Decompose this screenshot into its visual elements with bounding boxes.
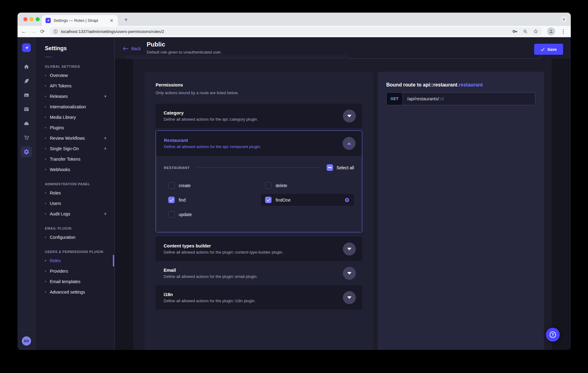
tab-close-icon[interactable]: ✕ bbox=[108, 18, 115, 23]
bullet-icon bbox=[45, 106, 46, 107]
expand-chevron-button[interactable] bbox=[343, 267, 356, 280]
accordion-content-types-builder[interactable]: Content types builder Define all allowed… bbox=[156, 237, 362, 261]
action-delete[interactable]: delete bbox=[261, 179, 354, 191]
sidebar-item-internationalization[interactable]: Internationalization bbox=[36, 102, 114, 112]
bullet-icon bbox=[45, 213, 46, 215]
accordion-description: Define all allowed actions for the plugi… bbox=[164, 274, 336, 279]
address-bar[interactable]: localhost:1337/admin/settings/users-perm… bbox=[50, 27, 542, 36]
browser-menu-kebab-icon[interactable]: ⋮ bbox=[559, 28, 567, 35]
tab-search-chevron-icon[interactable]: ▾ bbox=[561, 16, 567, 22]
content-type-builder-icon[interactable] bbox=[21, 104, 32, 115]
password-key-icon[interactable] bbox=[512, 29, 518, 34]
select-all-checkbox[interactable]: Select all bbox=[327, 164, 354, 171]
sidebar-item-releases[interactable]: Releases bbox=[36, 91, 114, 102]
sidebar-item-admin-roles[interactable]: Roles bbox=[36, 188, 114, 198]
media-library-icon[interactable] bbox=[21, 90, 32, 101]
nav-section-administration-panel: ADMINISTRATION PANEL Roles Users Audit L… bbox=[36, 182, 114, 219]
accordion-title: Content types builder bbox=[164, 243, 336, 248]
sidebar-item-api-tokens[interactable]: API Tokens bbox=[36, 81, 114, 91]
sidebar-item-advanced-settings[interactable]: Advanced settings bbox=[36, 287, 114, 297]
sidebar-item-transfer-tokens[interactable]: Transfer Tokens bbox=[36, 154, 114, 164]
sidebar-item-label: Transfer Tokens bbox=[50, 157, 81, 162]
sidebar-item-review-workflows[interactable]: Review Workflows bbox=[36, 133, 114, 143]
group-label: RESTAURANT bbox=[164, 166, 190, 170]
bullet-icon bbox=[45, 203, 46, 204]
sidebar-item-label: Webhooks bbox=[50, 167, 70, 172]
role-name-input-partial[interactable] bbox=[125, 55, 345, 59]
checkbox-checked[interactable] bbox=[168, 197, 175, 203]
checkbox-checked[interactable] bbox=[265, 197, 272, 203]
route-path-param: :id bbox=[439, 96, 444, 101]
browser-window: Settings — Roles | Strapi ✕ + ▾ ← → ⟳ lo… bbox=[18, 13, 571, 350]
marketplace-cart-icon[interactable] bbox=[21, 132, 32, 143]
back-nav-icon[interactable]: ← bbox=[21, 29, 26, 34]
page-subtitle: Default role given to unauthenticated us… bbox=[147, 50, 222, 54]
help-button[interactable]: ? bbox=[546, 328, 560, 342]
checkbox-unchecked[interactable] bbox=[168, 211, 175, 218]
action-create[interactable]: create bbox=[164, 179, 257, 191]
sidebar-item-admin-users[interactable]: Users bbox=[36, 198, 114, 209]
accordion-description: Define all allowed actions for the api::… bbox=[164, 117, 336, 122]
sidebar-item-configuration[interactable]: Configuration bbox=[36, 232, 114, 243]
home-icon[interactable] bbox=[21, 61, 32, 72]
minimize-window-button[interactable] bbox=[30, 17, 34, 21]
action-label: find bbox=[179, 198, 186, 203]
accordion-restaurant: Restaurant Define all allowed actions fo… bbox=[156, 130, 362, 232]
indeterminate-checkbox-icon[interactable] bbox=[327, 164, 333, 171]
save-button[interactable]: Save bbox=[534, 44, 563, 55]
reload-icon[interactable]: ⟳ bbox=[40, 29, 45, 34]
forward-nav-icon[interactable]: → bbox=[31, 29, 36, 34]
sidebar-item-label: Overview bbox=[50, 73, 68, 78]
cloud-icon[interactable] bbox=[21, 118, 32, 129]
checkbox-unchecked[interactable] bbox=[265, 182, 272, 189]
user-avatar[interactable]: KD bbox=[22, 336, 31, 346]
save-label: Save bbox=[547, 47, 557, 52]
sidebar-item-providers[interactable]: Providers bbox=[36, 266, 114, 276]
sidebar-item-up-roles[interactable]: Roles bbox=[36, 255, 114, 266]
bookmark-star-icon[interactable] bbox=[533, 29, 538, 34]
browser-tab[interactable]: Settings — Roles | Strapi ✕ bbox=[42, 15, 118, 26]
section-label: EMAIL PLUGIN bbox=[36, 227, 114, 230]
expand-chevron-button[interactable] bbox=[343, 243, 356, 255]
site-info-icon[interactable] bbox=[53, 29, 58, 34]
advanced-settings-gear-icon[interactable] bbox=[344, 197, 350, 203]
sidebar-item-email-templates[interactable]: Email templates bbox=[36, 276, 114, 287]
accordion-email[interactable]: Email Define all allowed actions for the… bbox=[156, 261, 362, 285]
action-findone[interactable]: findOne bbox=[261, 194, 354, 206]
action-update[interactable]: update bbox=[164, 208, 257, 220]
sidebar-item-label: Single Sign-On bbox=[50, 146, 79, 151]
content-manager-feather-icon[interactable] bbox=[21, 75, 32, 86]
accordion-category[interactable]: Category Define all allowed actions for … bbox=[156, 104, 362, 128]
sidebar-item-media-library[interactable]: Media Library bbox=[36, 112, 114, 122]
sidebar-item-label: Review Workflows bbox=[50, 136, 85, 141]
accordion-restaurant-header[interactable]: Restaurant Define all allowed actions fo… bbox=[156, 131, 362, 156]
browser-profile-avatar[interactable] bbox=[547, 27, 555, 35]
section-label: ADMINISTRATION PANEL bbox=[36, 182, 114, 186]
sidebar-item-label: Users bbox=[50, 201, 61, 206]
role-description-input-partial[interactable] bbox=[346, 54, 541, 59]
sidebar-item-audit-logs[interactable]: Audit Logs bbox=[36, 209, 114, 219]
chevron-down-icon bbox=[347, 272, 352, 275]
back-link[interactable]: Back bbox=[123, 46, 141, 51]
sidebar-item-overview[interactable]: Overview bbox=[36, 70, 114, 81]
zoom-page-icon[interactable] bbox=[523, 29, 528, 34]
sidebar-item-single-sign-on[interactable]: Single Sign-On bbox=[36, 143, 114, 154]
sidebar-item-webhooks[interactable]: Webhooks bbox=[36, 164, 114, 175]
browser-tab-strip: Settings — Roles | Strapi ✕ + ▾ bbox=[18, 13, 571, 26]
bullet-icon bbox=[45, 169, 46, 170]
maximize-window-button[interactable] bbox=[36, 17, 40, 21]
checkbox-unchecked[interactable] bbox=[168, 182, 175, 189]
strapi-logo[interactable] bbox=[22, 43, 31, 52]
expand-chevron-button[interactable] bbox=[343, 291, 356, 304]
accordion-i18n[interactable]: i18n Define all allowed actions for the … bbox=[156, 285, 362, 310]
accordion-list: Category Define all allowed actions for … bbox=[156, 104, 362, 310]
bullet-icon bbox=[45, 291, 46, 293]
sidebar-item-plugins[interactable]: Plugins bbox=[36, 122, 114, 133]
expand-chevron-button[interactable] bbox=[343, 110, 356, 122]
action-find[interactable]: find bbox=[164, 194, 257, 206]
close-window-button[interactable] bbox=[23, 17, 27, 21]
action-label: update bbox=[179, 212, 192, 217]
new-tab-button[interactable]: + bbox=[122, 16, 130, 24]
collapse-chevron-button[interactable] bbox=[343, 137, 356, 150]
settings-gear-icon[interactable] bbox=[21, 146, 32, 157]
